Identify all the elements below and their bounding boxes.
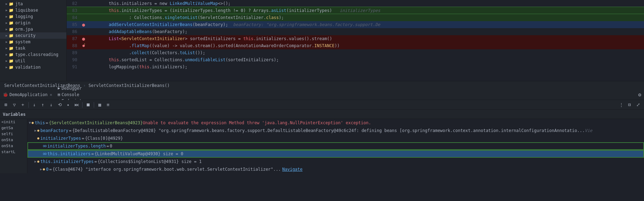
sidebar-item-label: util [15, 58, 25, 63]
sort-btn[interactable]: ≡ [104, 101, 112, 109]
sidebar-item-label: system [15, 39, 30, 44]
call-stack-item-onSta[interactable]: onSta [0, 137, 27, 143]
variables-list: <initigetSaselfionStaonStastartL ▼●this=… [0, 119, 644, 173]
tab-label: Console [61, 92, 79, 97]
navigate-link[interactable]: Navigate [282, 165, 303, 173]
breakpoint-active-icon[interactable]: ●! [83, 42, 85, 49]
var-type-icon: ● [37, 158, 39, 165]
code-token: this [139, 64, 150, 69]
code-token: ()); [195, 50, 205, 55]
folder-icon: 📁 [9, 27, 14, 32]
evaluate-btn[interactable]: ✦ [64, 101, 72, 109]
run-to-cursor-btn[interactable]: ⟲ [56, 101, 64, 109]
stop-btn[interactable]: ⏹ [84, 101, 92, 109]
line-gutter [80, 49, 87, 56]
code-line-82: 82 this.initializers = new LinkedMultiVa… [67, 0, 644, 7]
more-btn[interactable]: ⋮ [617, 101, 625, 109]
code-token: collect [132, 50, 150, 55]
var-row-zero-row[interactable]: ▶●0={Class@4674} "interface org.springfr… [27, 165, 644, 173]
var-type-icon: ● [32, 119, 34, 127]
debug-app-label[interactable]: DemoApplication [9, 92, 47, 97]
sidebar-item-typeclassreading[interactable]: ▶📁type.classreading [0, 51, 66, 58]
sidebar-item-label: orm.jpa [15, 27, 33, 32]
sidebar-item-liquibase[interactable]: ▶📁liquibase [0, 7, 66, 13]
var-row-this-row[interactable]: ▼●this={ServletContextInitializerBeans@4… [27, 119, 644, 127]
var-equals: = [69, 127, 72, 134]
call-stack-item-<initi[interactable]: <initi [0, 119, 27, 125]
var-type-icon: ● [37, 134, 39, 142]
debug-bottom: ⊞ ▽ + ↓ ↑ ↓ ⟲ ✦ ⏭ ⏹ ▦ ≡ ⋮ ⊟ ⤢ [0, 100, 644, 201]
code-line-83: 83 this.initializerTypes = (initializerT… [67, 7, 644, 14]
expand-arrow[interactable]: ▶ [34, 158, 37, 165]
sidebar-item-system[interactable]: ▶📁system [0, 39, 66, 45]
var-row-this-initializers-row[interactable]: ▶oothis.initializers={LinkedMultiValueMa… [27, 150, 644, 158]
step-into-btn[interactable]: ↑ [39, 101, 47, 109]
call-stack-item-onSta[interactable]: onSta [0, 143, 27, 149]
code-token [88, 22, 109, 27]
line-gutter [80, 14, 87, 21]
expand-btn[interactable]: ⤢ [634, 101, 642, 109]
folder-icon: 📁 [9, 59, 14, 63]
var-name: initializerTypes.length [47, 142, 106, 150]
toolbar-right: ⚙ [638, 92, 641, 98]
code-token: INSTANCE [314, 43, 335, 48]
step-over-btn[interactable]: ↓ [31, 101, 38, 109]
call-stack-item-selfi[interactable]: selfi [0, 131, 27, 137]
var-row-initializertypes-length-row[interactable]: ▶ooinitializerTypes.length=0 [27, 142, 644, 150]
code-line-90: 90 this.sortedList = Collections.unmodif… [67, 56, 644, 63]
folder-icon: 📁 [9, 52, 14, 57]
add-btn[interactable]: + [19, 101, 27, 109]
close-icon[interactable]: ✕ [50, 92, 52, 97]
call-stack-item-getSa[interactable]: getSa [0, 125, 27, 131]
sidebar-item-task[interactable]: ▶📁task [0, 45, 66, 51]
sidebar-item-security[interactable]: ▶📁security [0, 32, 66, 39]
code-token: this.initializers = new [88, 1, 170, 6]
debug-tab-console[interactable]: ▤Console [54, 92, 88, 98]
sidebar-item-validation[interactable]: ▶📁validation [0, 64, 66, 70]
code-token: this [88, 57, 119, 62]
layout-btn[interactable]: ⊞ [2, 101, 10, 109]
file-tree-sidebar: ▶📁jta▶📁liquibase▶📁logging▶📁origin▶📁orm.j… [0, 0, 67, 81]
minimize-btn[interactable]: ⊟ [626, 101, 633, 109]
code-token [88, 29, 109, 34]
line-gutter: ● [80, 35, 87, 42]
sidebar-item-jta[interactable]: ▶📁jta [0, 1, 66, 7]
sidebar-item-logging[interactable]: ▶📁logging [0, 13, 66, 20]
sidebar-item-ormjpa[interactable]: ▶📁orm.jpa [0, 26, 66, 32]
bug-icon: 🐞 [3, 92, 8, 97]
var-row-beanfactory-row[interactable]: ▶●beanFactory={DefaultListableBeanFactor… [27, 127, 644, 134]
sidebar-item-util[interactable]: ▶📁util [0, 58, 66, 64]
folder-icon: 📁 [9, 40, 14, 44]
line-gutter [80, 28, 87, 35]
code-token: addServletContextInitializerBeans [109, 22, 192, 27]
breakpoint-icon[interactable]: ● [82, 35, 85, 42]
debug-tab-debugger[interactable]: ▶Debugger [54, 85, 88, 92]
var-name: this.initializers [47, 150, 91, 158]
arrow-icon: ▶ [6, 46, 7, 50]
resume-btn[interactable]: ⏭ [73, 101, 80, 109]
code-token: (beanFactory); [192, 22, 233, 27]
expand-arrow[interactable]: ▶ [40, 165, 42, 173]
code-token: .initializerTypes = (initializerTypes.le… [119, 8, 271, 13]
call-stack-item-startL[interactable]: startL [0, 149, 27, 155]
breakpoint-icon[interactable]: ● [82, 21, 85, 28]
breadcrumb-bar: ServletContextInitializerBeans › Servlet… [0, 81, 644, 89]
line-number: 87 [67, 35, 80, 42]
code-token: logMappings( [88, 64, 139, 69]
gear-icon[interactable]: ⚙ [638, 92, 641, 98]
line-number: 90 [67, 56, 80, 63]
sidebar-item-origin[interactable]: ▶📁origin [0, 20, 66, 26]
var-value-obj: {ServletContextInitializerBeans@4923} [49, 119, 143, 127]
toolbar-separator3 [94, 102, 94, 108]
code-token [88, 36, 109, 41]
expand-arrow[interactable]: ▼ [29, 119, 31, 127]
var-equals: = [94, 158, 97, 165]
expand-arrow[interactable]: ▶ [34, 127, 37, 134]
table-view-btn[interactable]: ▦ [96, 101, 104, 109]
var-row-this-initializertypes-row[interactable]: ▶●this.initializerTypes={Collections$Sin… [27, 158, 644, 165]
step-out-btn[interactable]: ↓ [47, 101, 55, 109]
code-token: unmodifiableList [185, 57, 226, 62]
code-line-85: 85● addServletContextInitializerBeans(be… [67, 21, 644, 28]
var-row-initializertypes-row[interactable]: ▶●initializerTypes={Class[0]@4929} [27, 134, 644, 142]
filter-btn[interactable]: ▽ [11, 101, 18, 109]
